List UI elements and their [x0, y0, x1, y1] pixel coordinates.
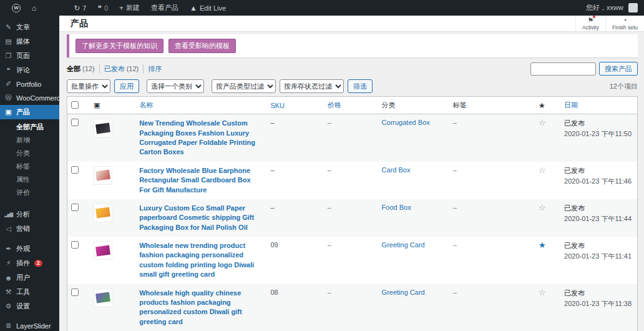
- name-column-header[interactable]: 名称: [135, 97, 266, 114]
- wordpress-menu-button[interactable]: W: [6, 0, 26, 16]
- featured-star-toggle[interactable]: ☆: [539, 288, 546, 297]
- finish-setup-button[interactable]: ◔ Finish setu: [605, 16, 644, 31]
- stock-status-filter-select[interactable]: 按库存状态过滤: [280, 79, 344, 93]
- bulk-actions-select[interactable]: 批量操作: [67, 79, 110, 93]
- product-category-link[interactable]: Food Box: [382, 204, 411, 211]
- row-checkbox[interactable]: [71, 119, 79, 126]
- product-category-link[interactable]: Greeting Card: [382, 289, 425, 296]
- sidebar-item-products[interactable]: ▣ 产品: [0, 105, 59, 119]
- product-category-link[interactable]: Card Box: [382, 166, 411, 174]
- product-title-link[interactable]: Wholesale new trending product fashion p…: [139, 241, 263, 280]
- product-thumbnail[interactable]: [94, 289, 112, 307]
- product-category-link[interactable]: Corrugated Box: [382, 119, 430, 126]
- search-products-button[interactable]: 搜索产品: [599, 62, 638, 76]
- sidebar-item-appearance[interactable]: ✒ 外观: [0, 242, 59, 256]
- apply-button[interactable]: 应用: [114, 79, 139, 93]
- sidebar-item-label: Portfolio: [16, 81, 41, 88]
- price-column-header[interactable]: 价格: [324, 97, 378, 114]
- product-thumbnail[interactable]: [94, 119, 112, 137]
- view-filter-link[interactable]: 已发布 (12): [100, 64, 144, 74]
- featured-star-toggle[interactable]: ☆: [539, 166, 546, 175]
- items-count: 12个项目: [610, 82, 638, 91]
- select-all-checkbox[interactable]: [71, 101, 79, 109]
- sidebar-item-layerslider[interactable]: ≣ LayerSlider: [0, 319, 59, 331]
- sidebar-item-settings[interactable]: ⚙ 设置: [0, 299, 59, 314]
- view-affected-templates-button[interactable]: 查看受影响的模板: [168, 39, 236, 53]
- sidebar-menu: ✎ 文章 ▤ 媒体 ❐ 页面 ❝ 评论 ✐ Portfoli: [0, 20, 59, 331]
- view-product-button[interactable]: 查看产品: [145, 0, 184, 16]
- product-category-link[interactable]: Greeting Card: [382, 241, 425, 249]
- plugin-icon: ⚡: [4, 259, 12, 267]
- view-filter-label: 已发布: [104, 65, 127, 72]
- product-title-link[interactable]: Luxury Custom Eco Small Paper paperboard…: [139, 204, 263, 232]
- date-column-header[interactable]: 日期: [560, 97, 637, 114]
- featured-star-toggle[interactable]: ★: [539, 240, 546, 250]
- product-status: 已发布: [564, 241, 633, 250]
- sidebar-item-analytics[interactable]: ▂▅▇ 分析: [0, 207, 59, 222]
- page-title: 产品: [71, 18, 88, 29]
- edit-live-icon: ▲: [190, 4, 197, 12]
- featured-star-toggle[interactable]: ☆: [539, 203, 546, 212]
- sidebar-item-marketing[interactable]: ◁ 营销: [0, 222, 59, 236]
- featured-star-toggle[interactable]: ☆: [539, 118, 546, 127]
- product-thumbnail[interactable]: [94, 166, 112, 185]
- sidebar-subitem[interactable]: 评价: [0, 186, 59, 199]
- view-filter-link[interactable]: 全部 (12): [67, 64, 100, 74]
- sku-column-header[interactable]: SKU: [266, 97, 323, 114]
- comments-button[interactable]: ❝ 0: [92, 0, 114, 16]
- sidebar-subitem[interactable]: 新增: [0, 134, 59, 147]
- sidebar-item-woocommerce[interactable]: Ⓦ WooCommerce: [0, 91, 59, 105]
- sidebar-item-label: WooCommerce: [16, 94, 59, 102]
- site-home-button[interactable]: ⌂: [26, 0, 42, 16]
- product-sku: 09: [270, 241, 278, 249]
- layers-icon: ≣: [4, 322, 12, 330]
- image-column-header: ▣: [90, 97, 135, 114]
- comment-bubble-icon: ❝: [4, 66, 12, 74]
- sidebar-item-posts[interactable]: ✎ 文章: [0, 20, 59, 34]
- row-checkbox[interactable]: [71, 289, 79, 296]
- updates-button[interactable]: ↻ 7: [68, 0, 92, 16]
- sidebar-item-comments[interactable]: ❝ 评论: [0, 63, 59, 77]
- account-menu[interactable]: 您好，xxww: [580, 0, 625, 16]
- sidebar-item-media[interactable]: ▤ 媒体: [0, 34, 59, 49]
- product-image: [95, 122, 110, 134]
- category-filter-select[interactable]: 选择一个类别: [147, 79, 204, 93]
- view-filter-link[interactable]: 排序: [144, 64, 166, 74]
- product-price: –: [328, 204, 331, 211]
- tools-icon: ⚒: [4, 288, 12, 296]
- product-title-link[interactable]: New Trending Wholesale Custom Packaging …: [139, 119, 263, 157]
- sidebar-item-users[interactable]: ☻ 用户: [0, 270, 59, 285]
- sidebar-item-tools[interactable]: ⚒ 工具: [0, 285, 59, 299]
- avatar[interactable]: [628, 3, 638, 12]
- sidebar-subitem[interactable]: 属性: [0, 173, 59, 186]
- filter-button[interactable]: 筛选: [348, 79, 373, 93]
- product-title-link[interactable]: Factory Wholesale Blue Earphone Rectangu…: [139, 166, 263, 195]
- product-price: –: [328, 289, 331, 296]
- new-content-button[interactable]: + 新建: [114, 0, 145, 16]
- row-checkbox[interactable]: [71, 166, 79, 174]
- edit-live-button[interactable]: ▲ Edit Live: [184, 0, 232, 16]
- table-row: New Trending Wholesale Custom Packaging …: [67, 114, 638, 162]
- template-notice: 了解更多关于模板的知识 查看受影响的模板: [67, 34, 638, 57]
- product-title-link[interactable]: Wholesale high quality chinese products …: [139, 289, 263, 327]
- sidebar-subitem[interactable]: 全部产品: [0, 121, 59, 134]
- sidebar-item-plugins[interactable]: ⚡ 插件 2: [0, 256, 59, 270]
- product-thumbnail[interactable]: [94, 241, 112, 260]
- sidebar-subitem[interactable]: 分类: [0, 147, 59, 160]
- sidebar-subitem[interactable]: 标签: [0, 160, 59, 173]
- list-header-row: 全部 (12) 已发布 (12) 排序 搜索产品: [67, 62, 638, 76]
- product-sku: –: [270, 166, 274, 174]
- search-input[interactable]: [530, 62, 596, 76]
- new-content-label: 新建: [126, 3, 140, 12]
- sidebar-item-pages[interactable]: ❐ 页面: [0, 49, 59, 63]
- product-status: 已发布: [564, 289, 633, 298]
- row-checkbox[interactable]: [71, 241, 79, 249]
- sidebar-item-portfolio[interactable]: ✐ Portfolio: [0, 77, 59, 91]
- activity-panel-button[interactable]: ⚑ Activity: [575, 16, 605, 31]
- product-tags: –: [453, 289, 457, 296]
- product-price: –: [328, 166, 331, 174]
- learn-templates-button[interactable]: 了解更多关于模板的知识: [76, 39, 163, 53]
- row-checkbox[interactable]: [71, 204, 79, 211]
- product-type-filter-select[interactable]: 按产品类型过滤: [212, 79, 276, 93]
- product-thumbnail[interactable]: [94, 204, 112, 222]
